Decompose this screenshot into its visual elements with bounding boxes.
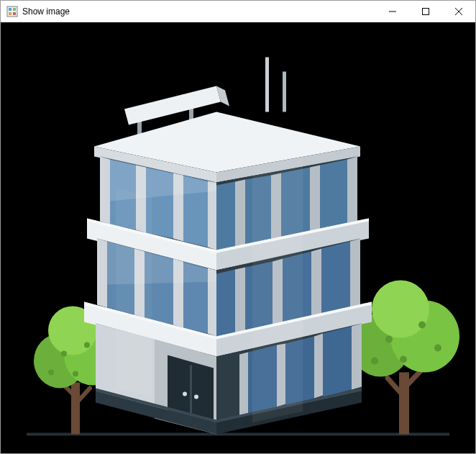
svg-rect-28	[283, 72, 286, 112]
svg-point-91	[183, 392, 187, 396]
svg-marker-86	[239, 353, 248, 416]
svg-point-92	[194, 395, 198, 399]
svg-marker-57	[97, 239, 107, 308]
close-button[interactable]	[442, 1, 475, 22]
svg-rect-9	[71, 383, 80, 435]
svg-point-23	[418, 322, 426, 329]
svg-rect-90	[190, 366, 192, 422]
svg-point-25	[434, 345, 441, 352]
content-image	[1, 22, 475, 453]
minimize-button[interactable]	[376, 1, 409, 22]
svg-marker-61	[350, 239, 360, 308]
svg-marker-43	[235, 180, 245, 248]
svg-marker-41	[310, 165, 320, 233]
svg-point-15	[73, 371, 78, 377]
svg-point-21	[372, 281, 429, 338]
window-title: Show image	[22, 6, 70, 17]
titlebar-left: Show image	[1, 6, 70, 17]
application-window: Show image	[0, 0, 476, 454]
svg-rect-2	[13, 8, 16, 11]
svg-point-14	[84, 342, 90, 348]
window-controls	[376, 1, 475, 22]
svg-rect-5	[389, 12, 396, 12]
svg-marker-97	[252, 157, 303, 423]
svg-rect-6	[423, 9, 429, 15]
svg-rect-8	[27, 433, 449, 436]
svg-marker-47	[320, 160, 347, 230]
svg-marker-68	[321, 242, 350, 315]
svg-marker-98	[116, 189, 152, 397]
svg-marker-84	[314, 334, 323, 399]
svg-marker-36	[100, 157, 110, 224]
svg-marker-83	[352, 324, 362, 390]
svg-marker-50	[216, 182, 235, 250]
svg-rect-1	[9, 8, 12, 11]
svg-rect-4	[13, 12, 16, 15]
maximize-button[interactable]	[409, 1, 442, 22]
svg-marker-71	[216, 270, 235, 337]
svg-marker-40	[347, 157, 357, 224]
svg-marker-80	[323, 327, 352, 397]
svg-rect-27	[265, 58, 269, 112]
client-area	[1, 22, 475, 453]
titlebar[interactable]: Show image	[1, 1, 475, 22]
svg-point-26	[371, 358, 378, 365]
svg-point-24	[400, 356, 407, 363]
svg-rect-3	[9, 12, 12, 15]
svg-marker-62	[311, 249, 321, 318]
svg-point-22	[385, 336, 393, 343]
svg-point-13	[61, 351, 67, 357]
app-icon	[6, 6, 18, 17]
svg-point-16	[48, 370, 54, 376]
svg-marker-64	[235, 268, 245, 334]
